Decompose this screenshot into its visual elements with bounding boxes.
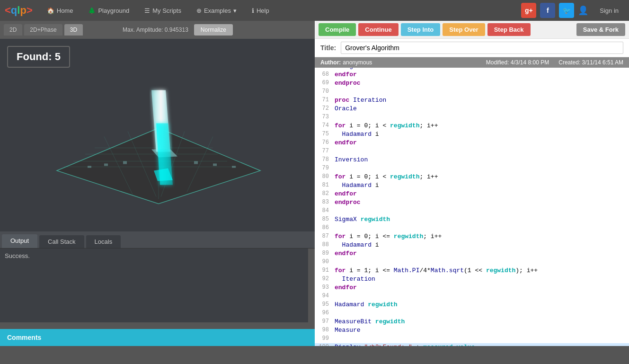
line-code: for i = 0; i <= regwidth; i++: [333, 232, 629, 240]
plus-icon: ⊕: [196, 7, 202, 14]
facebook-btn[interactable]: f: [540, 3, 555, 18]
line-code: Iteration: [333, 275, 629, 283]
code-line-74[interactable]: 74for i = 0; i < regwidth; i++: [315, 122, 629, 130]
line-number: 98: [315, 326, 333, 334]
code-line-98[interactable]: 98Measure: [315, 326, 629, 335]
svg-rect-18: [194, 161, 198, 164]
tab-2d[interactable]: 2D: [4, 24, 22, 36]
step-into-btn[interactable]: Step Into: [401, 23, 441, 36]
code-line-87[interactable]: 87for i = 0; i <= regwidth; i++: [315, 232, 629, 241]
line-code: Hadamard i: [333, 241, 629, 249]
line-code: endfor: [333, 71, 629, 79]
line-code: Hadamard i: [333, 130, 629, 138]
info-icon: ℹ: [252, 7, 254, 14]
home-icon: 🏠: [47, 7, 54, 14]
code-scroll[interactable]: 6566for i = 0; i < regwidth; i++67 Sigma…: [315, 68, 629, 346]
title-label: Title:: [320, 44, 336, 52]
code-line-86[interactable]: 86: [315, 224, 629, 232]
line-code: endproc: [333, 198, 629, 206]
title-input[interactable]: [341, 42, 623, 54]
line-number: 97: [315, 318, 333, 325]
output-scrollbar[interactable]: [308, 249, 315, 329]
code-line-95[interactable]: 95Hadamard regwidth: [315, 301, 629, 309]
playground-nav-btn[interactable]: 🌲 Playground: [82, 4, 135, 17]
code-line-88[interactable]: 88 Hadamard i: [315, 241, 629, 249]
code-line-73[interactable]: 73: [315, 113, 629, 122]
my-scripts-label: My Scripts: [152, 7, 181, 14]
line-code: for i = 1; i <= Math.PI/4*Math.sqrt(1 <<…: [333, 266, 629, 275]
code-line-100[interactable]: 100Display "<h2>Found: " + measured_valu…: [315, 343, 629, 346]
tab-output[interactable]: Output: [2, 234, 37, 248]
code-line-97[interactable]: 97MeasureBit regwidth: [315, 318, 629, 326]
code-line-85[interactable]: 85SigmaX regwidth: [315, 215, 629, 224]
step-back-btn[interactable]: Step Back: [487, 23, 531, 36]
code-line-77[interactable]: 77: [315, 147, 629, 156]
code-editor[interactable]: 6566for i = 0; i < regwidth; i++67 Sigma…: [315, 68, 629, 346]
line-code: endfor: [333, 139, 629, 147]
line-number: 78: [315, 156, 333, 163]
compile-btn[interactable]: Compile: [319, 23, 356, 36]
code-line-79[interactable]: 79: [315, 164, 629, 173]
code-line-89[interactable]: 89endfor: [315, 249, 629, 258]
code-line-92[interactable]: 92 Iteration: [315, 275, 629, 284]
tab-locals[interactable]: Locals: [86, 235, 121, 248]
code-line-82[interactable]: 82endfor: [315, 190, 629, 198]
code-line-91[interactable]: 91for i = 1; i <= Math.PI/4*Math.sqrt(1 …: [315, 266, 629, 275]
comments-bar[interactable]: Comments: [0, 329, 315, 346]
user-icon: 👤: [578, 5, 588, 16]
line-code: endfor: [333, 190, 629, 198]
code-line-69[interactable]: 69endproc: [315, 79, 629, 88]
code-line-94[interactable]: 94: [315, 292, 629, 301]
code-line-72[interactable]: 72Oracle: [315, 105, 629, 113]
scene-svg: [0, 39, 315, 231]
sign-in-btn[interactable]: Sign in: [594, 4, 624, 17]
code-line-81[interactable]: 81 Hadamard i: [315, 181, 629, 190]
line-code: proc Iteration: [333, 96, 629, 104]
line-code: [333, 258, 629, 259]
help-nav-btn[interactable]: ℹ Help: [246, 4, 275, 17]
code-line-78[interactable]: 78Inversion: [315, 156, 629, 164]
code-line-84[interactable]: 84: [315, 207, 629, 215]
continue-btn[interactable]: Continue: [358, 23, 398, 36]
line-number: 72: [315, 105, 333, 112]
code-line-93[interactable]: 93endfor: [315, 284, 629, 292]
line-code: [333, 309, 629, 310]
google-plus-btn[interactable]: g+: [521, 3, 536, 18]
examples-label: Examples: [204, 7, 231, 14]
code-line-68[interactable]: 68endfor: [315, 71, 629, 79]
playground-label: Playground: [98, 7, 129, 14]
tab-2d-phase[interactable]: 2D+Phase: [24, 24, 62, 36]
output-hscrollbar[interactable]: [0, 322, 308, 329]
code-line-83[interactable]: 83endproc: [315, 198, 629, 207]
logo-lt: <: [5, 4, 11, 16]
code-line-90[interactable]: 90: [315, 258, 629, 266]
code-line-96[interactable]: 96: [315, 309, 629, 318]
tab-call-stack[interactable]: Call Stack: [39, 235, 84, 248]
code-line-80[interactable]: 80for i = 0; i < regwidth; i++: [315, 173, 629, 181]
save-fork-btn[interactable]: Save & Fork: [576, 23, 625, 36]
home-nav-btn[interactable]: 🏠 Home: [41, 4, 79, 17]
line-number: 77: [315, 147, 333, 155]
tab-3d[interactable]: 3D: [64, 24, 83, 36]
step-over-btn[interactable]: Step Over: [443, 23, 485, 36]
code-line-70[interactable]: 70: [315, 88, 629, 96]
output-tabs: Output Call Stack Locals: [0, 231, 315, 249]
line-number: 83: [315, 198, 333, 206]
help-label: Help: [257, 7, 269, 14]
code-line-75[interactable]: 75 Hadamard i: [315, 130, 629, 139]
normalize-btn[interactable]: Normalize: [194, 24, 233, 36]
examples-nav-btn[interactable]: ⊕ Examples ▾: [191, 4, 242, 17]
my-scripts-nav-btn[interactable]: ☰ My Scripts: [139, 4, 187, 17]
code-line-99[interactable]: 99: [315, 335, 629, 343]
output-area: Success.: [0, 249, 315, 329]
twitter-btn[interactable]: 🐦: [559, 3, 574, 18]
line-number: 91: [315, 266, 333, 274]
code-line-76[interactable]: 76endfor: [315, 139, 629, 147]
line-number: 85: [315, 215, 333, 223]
scripts-icon: ☰: [144, 7, 150, 14]
code-line-71[interactable]: 71proc Iteration: [315, 96, 629, 105]
left-panel: 2D 2D+Phase 3D Max. Amplitude: 0.945313 …: [0, 21, 315, 346]
line-code: SigmaX regwidth: [333, 215, 629, 223]
line-number: 100: [315, 343, 333, 346]
line-code: [333, 335, 629, 336]
